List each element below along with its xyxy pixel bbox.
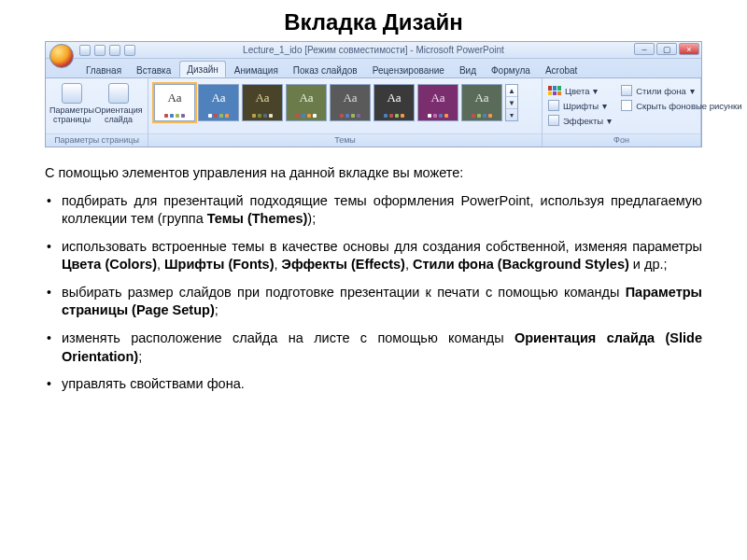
qat-print-icon[interactable] bbox=[124, 45, 135, 56]
checkbox-icon bbox=[621, 100, 632, 111]
theme-thumb[interactable]: Aa bbox=[198, 84, 239, 121]
office-button-icon[interactable] bbox=[49, 44, 74, 68]
group-label-bg: Фон bbox=[543, 133, 700, 147]
ribbon-body: Параметры страницы Ориентация слайда Пар… bbox=[46, 77, 701, 147]
bold-term: Эффекты (Effects) bbox=[282, 257, 405, 272]
theme-preview-text: Aa bbox=[287, 85, 326, 111]
theme-gallery[interactable]: AaAaAaAaAaAaAaAa▲▼▾ bbox=[154, 81, 518, 121]
page-setup-icon bbox=[62, 83, 82, 104]
theme-color-dots bbox=[199, 111, 238, 120]
bold-term: Цвета (Colors) bbox=[62, 257, 157, 272]
intro-text: С помощью элементов управления на данной… bbox=[45, 164, 702, 183]
bold-term: Ориентация слайда (Slide Orientation) bbox=[62, 330, 702, 364]
close-button[interactable]: × bbox=[679, 43, 699, 55]
colors-label: Цвета bbox=[565, 86, 589, 96]
bold-term: Параметры страницы (Page Setup) bbox=[62, 285, 702, 318]
bold-term: Темы (Themes) bbox=[207, 211, 308, 226]
tab-вставка[interactable]: Вставка bbox=[130, 63, 177, 77]
tab-вид[interactable]: Вид bbox=[453, 63, 483, 77]
theme-color-dots bbox=[243, 111, 282, 120]
theme-preview-text: Aa bbox=[331, 85, 370, 111]
theme-preview-text: Aa bbox=[374, 85, 414, 111]
theme-thumb[interactable]: Aa bbox=[461, 84, 502, 121]
slide-orientation-button[interactable]: Ориентация слайда bbox=[98, 81, 139, 124]
minimize-button[interactable]: – bbox=[634, 43, 655, 55]
tab-формула[interactable]: Формула bbox=[485, 63, 537, 77]
theme-preview-text: Aa bbox=[462, 85, 501, 111]
fonts-button[interactable]: Шрифты▾ bbox=[548, 98, 612, 113]
group-label-themes: Темы bbox=[148, 133, 542, 147]
document-title: Lecture_1_ido [Режим совместимости] - Mi… bbox=[46, 45, 701, 55]
page-title: Вкладка Дизайн bbox=[45, 9, 702, 35]
qat-redo-icon[interactable] bbox=[109, 45, 120, 56]
group-background: Цвета▾ Шрифты▾ Эффекты▾ bbox=[543, 78, 701, 147]
bullet-list: подбирать для презентаций подходящие тем… bbox=[45, 192, 702, 394]
theme-preview-text: Aa bbox=[199, 85, 238, 111]
page-setup-label: Параметры страницы bbox=[49, 105, 94, 124]
effects-icon bbox=[548, 115, 559, 126]
page-setup-button[interactable]: Параметры страницы bbox=[51, 81, 92, 124]
gallery-nav-arrow-icon[interactable]: ▾ bbox=[506, 109, 517, 120]
theme-color-dots bbox=[462, 111, 501, 120]
tab-дизайн[interactable]: Дизайн bbox=[179, 61, 226, 77]
bg-styles-icon bbox=[621, 85, 632, 96]
list-item: управлять свойствами фона. bbox=[45, 375, 702, 394]
gallery-scroll[interactable]: ▲▼▾ bbox=[505, 84, 518, 121]
theme-color-dots bbox=[287, 111, 326, 120]
group-label-page: Параметры страницы bbox=[46, 133, 148, 147]
theme-thumb[interactable]: Aa bbox=[417, 84, 458, 121]
group-themes: AaAaAaAaAaAaAaAa▲▼▾ Темы bbox=[148, 78, 543, 147]
ribbon-tabs: ГлавнаяВставкаДизайнАнимацияПоказ слайдо… bbox=[46, 59, 701, 77]
ribbon-screenshot: Lecture_1_ido [Режим совместимости] - Mi… bbox=[45, 41, 702, 147]
hide-bg-checkbox[interactable]: Скрыть фоновые рисунки bbox=[621, 98, 741, 113]
window-controls: – ▢ × bbox=[634, 43, 699, 55]
list-item: выбирать размер слайдов при подготовке п… bbox=[45, 284, 702, 320]
quick-access-toolbar bbox=[79, 45, 135, 56]
fonts-icon bbox=[548, 100, 559, 111]
effects-label: Эффекты bbox=[563, 116, 603, 126]
fonts-label: Шрифты bbox=[563, 101, 599, 111]
theme-thumb[interactable]: Aa bbox=[286, 84, 327, 121]
list-item: использовать встроенные темы в качестве … bbox=[45, 238, 702, 274]
qat-undo-icon[interactable] bbox=[94, 45, 106, 56]
theme-thumb[interactable]: Aa bbox=[242, 84, 283, 121]
background-styles-button[interactable]: Стили фона▾ bbox=[621, 83, 741, 98]
body-text: С помощью элементов управления на данной… bbox=[45, 164, 702, 394]
tab-анимация[interactable]: Анимация bbox=[228, 63, 285, 77]
list-item: изменять расположение слайда на листе с … bbox=[45, 329, 702, 366]
theme-preview-text: Aa bbox=[155, 85, 194, 111]
palette-icon bbox=[548, 86, 561, 95]
theme-color-dots bbox=[331, 111, 370, 120]
group-page-setup: Параметры страницы Ориентация слайда Пар… bbox=[46, 78, 148, 147]
tab-рецензирование[interactable]: Рецензирование bbox=[366, 63, 451, 77]
window-titlebar: Lecture_1_ido [Режим совместимости] - Mi… bbox=[46, 42, 701, 59]
gallery-nav-arrow-icon[interactable]: ▲ bbox=[506, 85, 517, 97]
tab-показ слайдов[interactable]: Показ слайдов bbox=[287, 63, 364, 77]
tab-главная[interactable]: Главная bbox=[79, 63, 128, 77]
theme-preview-text: Aa bbox=[418, 85, 458, 111]
bg-styles-label: Стили фона bbox=[636, 86, 686, 96]
effects-button[interactable]: Эффекты▾ bbox=[548, 113, 612, 128]
theme-color-dots bbox=[374, 111, 414, 120]
maximize-button[interactable]: ▢ bbox=[656, 43, 677, 55]
orientation-icon bbox=[108, 83, 129, 104]
theme-thumb[interactable]: Aa bbox=[154, 84, 195, 121]
theme-thumb[interactable]: Aa bbox=[330, 84, 371, 121]
theme-color-dots bbox=[418, 111, 458, 120]
theme-thumb[interactable]: Aa bbox=[374, 84, 415, 121]
list-item: подбирать для презентаций подходящие тем… bbox=[45, 192, 702, 229]
gallery-nav-arrow-icon[interactable]: ▼ bbox=[506, 97, 517, 109]
colors-button[interactable]: Цвета▾ bbox=[548, 83, 612, 98]
qat-save-icon[interactable] bbox=[79, 45, 91, 56]
theme-color-dots bbox=[155, 111, 194, 120]
bold-term: Стили фона (Background Styles) bbox=[413, 257, 629, 272]
bold-term: Шрифты (Fonts) bbox=[164, 257, 274, 272]
tab-acrobat[interactable]: Acrobat bbox=[539, 63, 584, 77]
theme-preview-text: Aa bbox=[243, 85, 282, 111]
orientation-label: Ориентация слайда bbox=[94, 105, 142, 124]
hide-bg-label: Скрыть фоновые рисунки bbox=[636, 101, 741, 111]
